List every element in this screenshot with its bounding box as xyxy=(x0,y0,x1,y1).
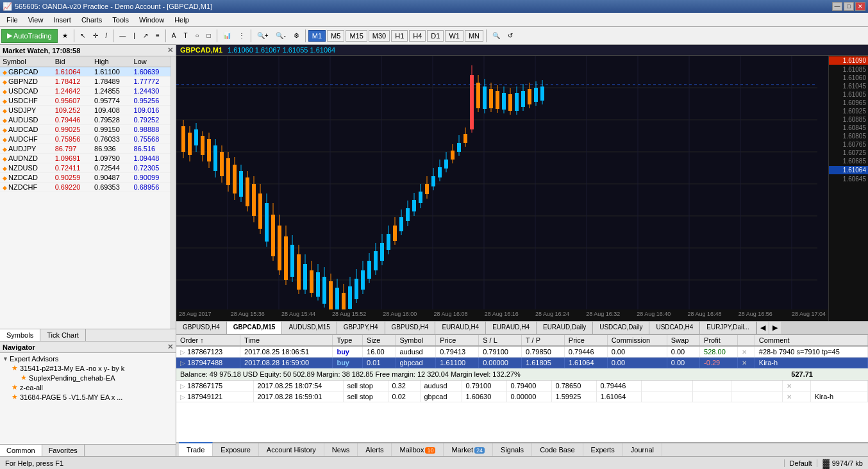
mw-row-usdcad[interactable]: ◆USDCAD 1.24642 1.24855 1.24430 xyxy=(0,86,171,96)
mw-row-audchf[interactable]: ◆AUDCHF 0.75956 0.76033 0.75568 xyxy=(0,135,171,144)
term-tab-mailbox[interactable]: Mailbox10 xyxy=(392,443,444,456)
mw-row-nzdusd[interactable]: ◆NZDUSD 0.72411 0.72544 0.72305 xyxy=(0,163,171,173)
mw-row-audcad[interactable]: ◆AUDCAD 0.99025 0.99150 0.98888 xyxy=(0,125,171,135)
chart-tab-arrow-left[interactable]: ◀ xyxy=(756,322,769,334)
pending-close-1[interactable]: ✕ xyxy=(782,381,810,391)
tf-d1[interactable]: D1 xyxy=(427,30,444,42)
maximize-button[interactable]: □ xyxy=(844,2,854,11)
chart-tab-euraud-h4-2[interactable]: EURAUD,H4 xyxy=(486,322,537,334)
zoom-in-button[interactable]: 🔍+ xyxy=(254,29,272,43)
star-button[interactable]: ★ xyxy=(59,29,71,43)
mw-row-audnzd[interactable]: ◆AUDNZD 1.09691 1.09790 1.09448 xyxy=(0,154,171,163)
order-row-2[interactable]: ▷ 187947488 2017.08.28 16:59:00 buy 0.01… xyxy=(176,358,868,368)
period-sep-button[interactable]: ⋮ xyxy=(235,29,248,43)
nav-item-0[interactable]: ▼Expert Advisors xyxy=(1,354,174,363)
trend-button[interactable]: ↗ xyxy=(140,29,151,43)
term-tab-account-history[interactable]: Account History xyxy=(259,443,324,456)
chart-tab-gbpcad-m15[interactable]: GBPCAD,M15 xyxy=(227,322,283,334)
indicator-button[interactable]: 📊 xyxy=(220,29,234,43)
order-close-2[interactable]: ✕ xyxy=(738,358,755,368)
refresh-button[interactable]: ↺ xyxy=(505,29,516,43)
menu-view[interactable]: View xyxy=(23,15,49,25)
menu-help[interactable]: Help xyxy=(169,15,194,25)
chart-tab-eurjpy[interactable]: EURJPY,Dail... xyxy=(700,322,756,334)
order-row-1[interactable]: ▷ 187867123 2017.08.25 18:06:51 buy 16.0… xyxy=(176,346,868,358)
nav-item-4[interactable]: ★31684-PAGE 5 -V1.5-MY EA x ... xyxy=(10,392,174,402)
term-tab-exposure[interactable]: Exposure xyxy=(213,443,258,456)
cursor-button[interactable]: ↖ xyxy=(77,29,88,43)
chart-tab-gbpjpy-h4[interactable]: GBPJPY,H4 xyxy=(337,322,385,334)
vline-button[interactable]: | xyxy=(130,29,138,43)
menu-file[interactable]: File xyxy=(1,15,23,25)
mw-row-audusd[interactable]: ◆AUDUSD 0.79446 0.79528 0.79252 xyxy=(0,115,171,125)
mw-row-nzdchf[interactable]: ◆NZDCHF 0.69220 0.69353 0.68956 xyxy=(0,183,171,192)
mw-row-audjpy[interactable]: ◆AUDJPY 86.797 86.936 86.516 xyxy=(0,144,171,154)
term-tab-market[interactable]: Market24 xyxy=(444,443,493,456)
tf-mn[interactable]: MN xyxy=(465,30,483,42)
chart-tab-usdcad-h4[interactable]: USDCAD,H4 xyxy=(649,322,700,334)
navigator-tree[interactable]: ▼Expert Advisors★31541-p2#13-My EA -no x… xyxy=(0,353,176,444)
term-tab-alerts[interactable]: Alerts xyxy=(358,443,392,456)
chart-tab-euraud-daily[interactable]: EURAUD,Daily xyxy=(537,322,593,334)
market-watch-close[interactable]: ✕ xyxy=(167,46,173,54)
autotrading-button[interactable]: ▶ AutoTrading xyxy=(1,29,58,43)
nav-tab-common[interactable]: Common xyxy=(0,445,42,456)
pending-row-1[interactable]: ▷ 187867175 2017.08.25 18:07:54 sell sto… xyxy=(176,381,868,391)
chart-tab-arrow-right[interactable]: ▶ xyxy=(769,322,781,334)
chart-tab-audusd-m15[interactable]: AUDUSD,M15 xyxy=(282,322,337,334)
line-button[interactable]: / xyxy=(103,29,111,43)
mw-scrollbar[interactable] xyxy=(171,56,176,329)
order-close-1[interactable]: ✕ xyxy=(738,346,755,358)
term-tab-journal[interactable]: Journal xyxy=(623,443,662,456)
hline-button[interactable]: — xyxy=(116,29,129,43)
pending-close-2[interactable]: ✕ xyxy=(782,391,810,402)
minimize-button[interactable]: — xyxy=(832,2,842,11)
mw-row-gbpnzd[interactable]: ◆GBPNZD 1.78412 1.78489 1.77772 xyxy=(0,77,171,86)
chart-tab-gbpusd-h4-2[interactable]: GBPUSD,H4 xyxy=(385,322,436,334)
nav-item-1[interactable]: ★31541-p2#13-My EA -no x y- by k xyxy=(10,363,174,373)
mw-row-usdjpy[interactable]: ◆USDJPY 109.252 109.408 109.016 xyxy=(0,106,171,115)
term-tab-codebase[interactable]: Code Base xyxy=(532,443,583,456)
term-tab-signals[interactable]: Signals xyxy=(493,443,532,456)
properties-button[interactable]: ⚙ xyxy=(290,29,303,43)
search-button[interactable]: 🔍 xyxy=(489,29,503,43)
tf-m1[interactable]: M1 xyxy=(308,30,326,42)
fib-button[interactable]: ≡ xyxy=(153,29,163,43)
tf-h1[interactable]: H1 xyxy=(391,30,408,42)
candle-chart-area[interactable]: 28 Aug 2017 28 Aug 15:36 28 Aug 15:44 28… xyxy=(176,56,828,321)
tf-m15[interactable]: M15 xyxy=(346,30,367,42)
crosshair-button[interactable]: ✛ xyxy=(90,29,101,43)
close-button[interactable]: ✕ xyxy=(855,2,865,11)
market-watch-list[interactable]: Symbol Bid High Low ◆GBPCAD 1.61064 1.61… xyxy=(0,56,171,329)
term-tab-experts[interactable]: Experts xyxy=(583,443,623,456)
term-tab-news[interactable]: News xyxy=(324,443,358,456)
menu-window[interactable]: Window xyxy=(134,15,169,25)
nav-tab-favorites[interactable]: Favorites xyxy=(42,445,85,456)
chart-tab-gbpusd-h4-1[interactable]: GBPUSD,H4 xyxy=(176,322,227,334)
tf-m5[interactable]: M5 xyxy=(327,30,344,42)
ellipse-button[interactable]: ○ xyxy=(192,29,203,43)
tab-tick-chart[interactable]: Tick Chart xyxy=(40,329,86,341)
tf-w1[interactable]: W1 xyxy=(445,30,463,42)
mw-row-usdchf[interactable]: ◆USDCHF 0.95607 0.95774 0.95256 xyxy=(0,96,171,106)
mw-row-nzdcad[interactable]: ◆NZDCAD 0.90259 0.90487 0.90099 xyxy=(0,173,171,183)
nav-item-2[interactable]: ★SuplexPending_chehab-EA xyxy=(19,373,174,383)
tf-m30[interactable]: M30 xyxy=(369,30,390,42)
term-tab-trade[interactable]: Trade xyxy=(179,442,213,456)
text-button[interactable]: A xyxy=(169,29,179,43)
label-button[interactable]: T xyxy=(180,29,190,43)
tab-symbols[interactable]: Symbols xyxy=(0,329,40,341)
nav-item-3[interactable]: ★z-ea-all xyxy=(10,383,174,392)
navigator-close[interactable]: ✕ xyxy=(167,343,173,351)
pending-row-2[interactable]: ▷ 187949121 2017.08.28 16:59:01 sell sto… xyxy=(176,391,868,402)
terminal-scroll[interactable]: Order ↑ Time Type Size Symbol Price S / … xyxy=(176,335,868,442)
zoom-out-button[interactable]: 🔍- xyxy=(272,29,288,43)
rect-button[interactable]: □ xyxy=(204,29,214,43)
chart-tab-usdcad-daily[interactable]: USDCAD,Daily xyxy=(593,322,649,334)
chart-tab-euraud-h4-1[interactable]: EURAUD,H4 xyxy=(435,322,486,334)
tf-h4[interactable]: H4 xyxy=(409,30,426,42)
menu-tools[interactable]: Tools xyxy=(107,15,134,25)
menu-insert[interactable]: Insert xyxy=(48,15,76,25)
menu-charts[interactable]: Charts xyxy=(76,15,107,25)
mw-row-gbpcad[interactable]: ◆GBPCAD 1.61064 1.61100 1.60639 xyxy=(0,67,171,77)
